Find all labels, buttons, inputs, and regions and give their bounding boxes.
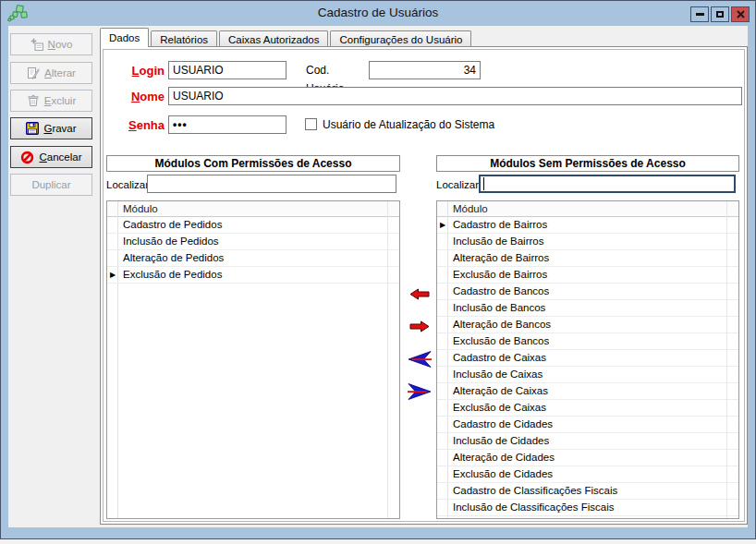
tab-strip: Dados Relatórios Caixas Autorizados Conf… bbox=[100, 30, 473, 47]
move-all-right-button[interactable] bbox=[408, 383, 432, 400]
module-row[interactable]: Inclusão de Classificações Fiscais bbox=[437, 500, 738, 516]
module-row[interactable]: Alteração de Bancos bbox=[437, 317, 738, 333]
module-row[interactable]: Cadastro de Cidades bbox=[437, 417, 738, 433]
row-text: Cadastro de Bairros bbox=[453, 219, 547, 230]
maximize-button[interactable] bbox=[711, 6, 729, 22]
module-row[interactable]: Alteração de Bairros bbox=[437, 250, 738, 267]
action-sidebar: Novo Alterar bbox=[8, 26, 95, 527]
move-selected-right-button[interactable] bbox=[409, 320, 430, 332]
row-text: Inclusão de Cidades bbox=[453, 435, 549, 446]
nome-label: Nome bbox=[108, 88, 165, 106]
module-row[interactable]: Inclusão de Caixas bbox=[437, 367, 738, 383]
localizar-with-access-label: Localizar bbox=[106, 175, 149, 194]
login-label: Login bbox=[108, 62, 165, 80]
row-text: Cadastro de Pedidos bbox=[123, 219, 222, 230]
minimize-icon bbox=[696, 13, 704, 16]
excluir-button-label: Excluir bbox=[44, 95, 77, 106]
row-text: Alteração de Bairros bbox=[453, 252, 549, 263]
titlebar: Cadastro de Usuários bbox=[1, 1, 755, 26]
close-button[interactable] bbox=[731, 6, 750, 22]
save-floppy-icon bbox=[26, 122, 39, 135]
row-text: Inclusão de Classificações Fiscais bbox=[453, 502, 615, 513]
red-arrow-left-icon bbox=[409, 288, 430, 300]
screen: Cadastro de Usuários bbox=[0, 0, 756, 544]
novo-button[interactable]: Novo bbox=[10, 33, 92, 55]
row-text: Cadastro de Cidades bbox=[453, 418, 553, 429]
module-row[interactable]: Exclusão de Cidades bbox=[437, 466, 738, 483]
module-row[interactable]: ▶ Exclusão de Pedidos bbox=[107, 267, 399, 284]
localizar-without-access-wrap bbox=[479, 175, 736, 193]
localizar-without-access-label: Localizar bbox=[436, 175, 479, 194]
maximize-icon bbox=[716, 11, 724, 18]
row-text: Exclusão de Bairros bbox=[453, 269, 547, 280]
row-indicator: ▶ bbox=[107, 267, 118, 284]
delete-record-icon bbox=[27, 94, 40, 107]
module-row[interactable]: Alteração de Cidades bbox=[437, 450, 738, 466]
tab-dados[interactable]: Dados bbox=[100, 28, 149, 47]
row-text: Cadastro de Bancos bbox=[453, 285, 549, 296]
modules-with-access-column-header: Módulo bbox=[107, 201, 399, 217]
module-row[interactable]: Inclusão de Bairros bbox=[437, 234, 738, 250]
update-user-checkbox[interactable] bbox=[305, 118, 317, 130]
module-row[interactable]: ▶ Cadastro de Bairros bbox=[437, 217, 738, 234]
new-record-icon bbox=[30, 38, 43, 51]
alterar-button[interactable]: Alterar bbox=[10, 62, 92, 84]
row-text: Inclusão de Pedidos bbox=[123, 236, 219, 247]
cod-usuario-input[interactable] bbox=[369, 61, 481, 79]
module-row[interactable]: Alteração de Pedidos bbox=[107, 250, 399, 267]
module-row[interactable]: Exclusão de Caixas bbox=[437, 400, 738, 417]
cod-usuario-label: Cod. Usuário bbox=[306, 61, 371, 79]
row-text: Alteração de Caixas bbox=[453, 385, 548, 396]
module-row[interactable]: Inclusão de Cidades bbox=[437, 433, 738, 450]
modules-with-access-grid: Módulo Cadastro de Pedidos Inclusão de P… bbox=[106, 200, 400, 519]
cancel-icon bbox=[20, 151, 34, 164]
gravar-button-label: Gravar bbox=[43, 123, 76, 134]
row-text: Alteração de Pedidos bbox=[123, 252, 224, 263]
module-row[interactable]: Exclusão de Bairros bbox=[437, 267, 738, 284]
cancelar-button[interactable]: Cancelar bbox=[10, 146, 92, 168]
row-text: Cadastro de Caixas bbox=[453, 352, 546, 363]
modules-without-access-title: Módulos Sem Permissões de Acesso bbox=[436, 155, 739, 172]
senha-input[interactable] bbox=[168, 115, 287, 134]
module-row[interactable]: Cadastro de Classificações Fiscais bbox=[437, 483, 738, 500]
modules-without-access-grid: Módulo ▶ Cadastro de Bairros Inclusão de… bbox=[436, 200, 739, 519]
tab-relatorios[interactable]: Relatórios bbox=[151, 30, 217, 47]
row-text: Inclusão de Caixas bbox=[453, 369, 543, 380]
nome-input[interactable] bbox=[168, 87, 742, 105]
tab-caixas-autorizados[interactable]: Caixas Autorizados bbox=[219, 30, 328, 47]
module-row[interactable]: Inclusão de Bancos bbox=[437, 300, 738, 317]
window-body: Novo Alterar bbox=[8, 26, 748, 527]
module-row[interactable]: Cadastro de Caixas bbox=[437, 350, 738, 367]
module-row[interactable]: Inclusão de Pedidos bbox=[107, 234, 399, 250]
cancelar-button-label: Cancelar bbox=[39, 151, 81, 163]
login-input[interactable] bbox=[168, 61, 287, 79]
edit-record-icon bbox=[27, 66, 40, 79]
red-arrow-right-icon bbox=[409, 320, 430, 332]
modules-with-access-rows: Cadastro de Pedidos Inclusão de Pedidos … bbox=[107, 217, 399, 284]
tab-configuracoes-usuario[interactable]: Configurações do Usuário bbox=[330, 30, 471, 47]
row-indicator: ▶ bbox=[437, 217, 448, 234]
localizar-without-access-input[interactable] bbox=[479, 175, 736, 193]
row-text: Alteração de Cidades bbox=[453, 452, 555, 463]
module-row[interactable]: Exclusão de Bancos bbox=[437, 333, 738, 350]
excluir-button[interactable]: Excluir bbox=[10, 90, 92, 112]
close-icon bbox=[737, 10, 745, 18]
update-user-checkbox-label: Usuário de Atualização do Sistema bbox=[323, 118, 494, 131]
localizar-with-access-input[interactable] bbox=[147, 175, 396, 193]
move-all-left-button[interactable] bbox=[408, 351, 432, 368]
modules-without-access-column-header: Módulo bbox=[437, 201, 738, 217]
row-text: Alteração de Bancos bbox=[453, 319, 551, 330]
window-controls bbox=[690, 6, 750, 22]
alterar-button-label: Alterar bbox=[44, 67, 76, 79]
module-row[interactable]: Cadastro de Bancos bbox=[437, 284, 738, 300]
move-selected-left-button[interactable] bbox=[409, 288, 430, 300]
localizar-with-access-wrap bbox=[147, 175, 396, 193]
tab-page-dados: Login Cod. Usuário Nome Senha Usuário de… bbox=[100, 46, 748, 525]
duplicar-button-label: Duplicar bbox=[31, 179, 70, 190]
row-text: Exclusão de Pedidos bbox=[123, 269, 222, 280]
module-row[interactable]: Alteração de Caixas bbox=[437, 383, 738, 400]
gravar-button[interactable]: Gravar bbox=[10, 117, 92, 139]
minimize-button[interactable] bbox=[690, 6, 709, 22]
duplicar-button[interactable]: Duplicar bbox=[10, 174, 92, 196]
module-row[interactable]: Cadastro de Pedidos bbox=[107, 217, 399, 234]
